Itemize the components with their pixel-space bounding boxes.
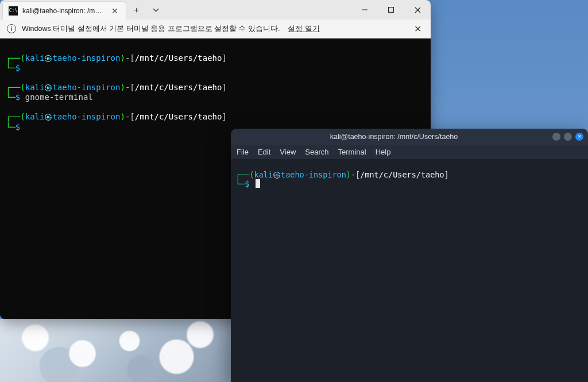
close-icon — [415, 7, 421, 13]
chevron-down-icon — [153, 7, 159, 13]
menu-terminal[interactable]: Terminal — [338, 148, 366, 156]
svg-line-3 — [415, 7, 420, 13]
menu-search[interactable]: Search — [305, 148, 328, 156]
menu-view[interactable]: View — [280, 148, 296, 156]
window-close-button[interactable] — [404, 0, 431, 20]
prompt-line: ┌──(kali㉿taeho-inspiron)-[/mnt/c/Users/t… — [6, 53, 425, 63]
menu-edit[interactable]: Edit — [258, 148, 270, 156]
prompt-line: └─$ — [6, 63, 425, 73]
svg-line-2 — [415, 7, 420, 13]
minimize-icon — [362, 7, 368, 13]
gnome-terminal-window: kali@taeho-inspiron: /mnt/c/Users/taeho … — [231, 129, 588, 382]
tab-close-button[interactable]: ✕ — [110, 6, 120, 16]
gnome-window-title: kali@taeho-inspiron: /mnt/c/Users/taeho — [235, 133, 552, 141]
menu-help[interactable]: Help — [376, 148, 391, 156]
prompt-line: ┌──(kali㉿taeho-inspiron)-[/mnt/c/Users/t… — [6, 112, 425, 122]
prompt-line: └─$ — [235, 179, 583, 188]
terminal-tab-title: kali@taeho-inspiron: /mnt/c/U — [22, 7, 103, 15]
svg-rect-1 — [389, 7, 394, 13]
open-settings-link[interactable]: 설정 열기 — [288, 24, 319, 34]
tab-dropdown-button[interactable] — [146, 0, 165, 20]
menu-file[interactable]: File — [237, 148, 249, 156]
gnome-menubar: File Edit View Search Terminal Help — [231, 145, 588, 160]
maximize-button[interactable] — [378, 0, 404, 20]
maximize-icon — [388, 7, 394, 13]
gnome-close-button[interactable] — [575, 133, 583, 141]
terminal-tab[interactable]: C:\ kali@taeho-inspiron: /mnt/c/U ✕ — [2, 1, 126, 20]
desktop-wallpaper — [0, 319, 235, 382]
prompt-line: └─$ gnome-terminal — [6, 92, 425, 102]
infobar-message: Windows 터미널 설정에서 기본 터미널 응용 프로그램으로 설정할 수 … — [22, 24, 280, 34]
prompt-line: ┌──(kali㉿taeho-inspiron)-[/mnt/c/Users/t… — [235, 170, 583, 179]
infobar-close-button[interactable]: ✕ — [411, 22, 424, 35]
new-tab-button[interactable]: ＋ — [126, 0, 146, 20]
minimize-button[interactable] — [351, 0, 378, 20]
gnome-minimize-button[interactable] — [552, 133, 560, 141]
cursor-icon — [256, 179, 260, 188]
terminal-tab-icon: C:\ — [9, 6, 18, 16]
gnome-maximize-button[interactable] — [564, 133, 572, 141]
prompt-line: ┌──(kali㉿taeho-inspiron)-[/mnt/c/Users/t… — [6, 83, 425, 92]
info-icon: i — [7, 24, 16, 33]
gnome-terminal-body[interactable]: ┌──(kali㉿taeho-inspiron)-[/mnt/c/Users/t… — [231, 160, 588, 382]
gnome-titlebar[interactable]: kali@taeho-inspiron: /mnt/c/Users/taeho — [231, 129, 588, 145]
infobar: i Windows 터미널 설정에서 기본 터미널 응용 프로그램으로 설정할 … — [0, 20, 431, 38]
windows-terminal-titlebar[interactable]: C:\ kali@taeho-inspiron: /mnt/c/U ✕ ＋ — [0, 0, 431, 20]
